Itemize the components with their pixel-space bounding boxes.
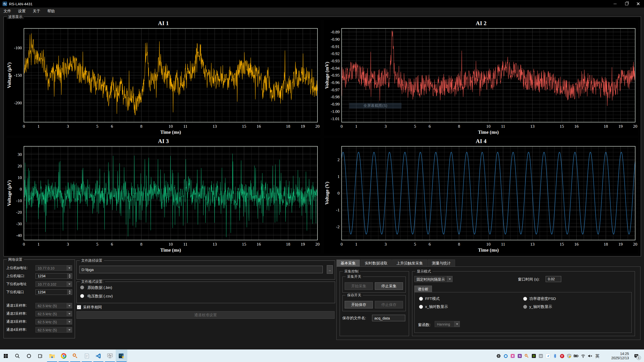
radio-psd-label[interactable]: 功率谱密度PSD <box>529 296 556 301</box>
task-view-button[interactable] <box>35 350 46 362</box>
radio-voltage-csv-icon[interactable] <box>80 294 84 298</box>
tab-realtime-data-read[interactable]: 实时数据读取 <box>360 259 392 267</box>
ch1-samplerate-combo[interactable]: 62.5 kHz (5) <box>35 303 72 308</box>
radio-y-log-icon[interactable] <box>523 305 527 309</box>
radio-fft-mode-label[interactable]: FFT模式 <box>425 296 440 301</box>
spectrum-analysis-tab[interactable]: 谱分析 <box>414 286 432 292</box>
menu-item-help[interactable]: 帮助 <box>44 8 58 15</box>
device-ip-combo[interactable]: 10.77.0.102 <box>35 281 72 287</box>
window-time-input[interactable] <box>546 276 561 282</box>
filepath-group-label: 文件路径设置 <box>80 258 104 263</box>
svg-text:-0.94: -0.94 <box>331 66 340 71</box>
device-port-input[interactable] <box>36 290 69 295</box>
taskbar-app-everything-search[interactable] <box>69 350 81 362</box>
taskbar-app-python-console[interactable] <box>116 350 127 362</box>
photos-icon[interactable] <box>509 350 516 362</box>
wifi-icon[interactable] <box>580 350 587 362</box>
bluetooth-icon[interactable] <box>551 350 558 362</box>
filepath-input[interactable] <box>79 266 323 273</box>
chevron-down-icon[interactable] <box>447 276 452 282</box>
ch4-samplerate-combo[interactable]: 62.5 kHz (5) <box>35 327 72 333</box>
stop-acquire-button[interactable]: 停止采集 <box>375 282 403 290</box>
svg-text:-0.91: -0.91 <box>331 44 340 49</box>
chevron-down-icon[interactable] <box>67 319 72 324</box>
chevron-down-icon[interactable] <box>67 282 72 287</box>
taskbar-app-file-explorer[interactable] <box>46 350 58 362</box>
ch2-samplerate-combo[interactable]: 62.5 kHz (5) <box>35 311 72 316</box>
filename-input[interactable] <box>372 315 405 321</box>
svg-text:18: 18 <box>604 124 608 129</box>
radio-fft-mode-icon[interactable] <box>419 297 423 301</box>
window-fn-combo[interactable]: Hanning <box>435 321 460 327</box>
menu-item-about[interactable]: 关于 <box>29 8 44 15</box>
save-switch-label: 保存开关 <box>346 293 363 298</box>
menu-item-file[interactable]: 文件 <box>0 8 15 15</box>
search-orange-icon[interactable] <box>523 350 530 362</box>
language-indicator[interactable]: 英 <box>594 353 601 359</box>
taskbar-clock[interactable]: 14:25 2025/12/13 <box>601 352 630 360</box>
chevron-down-icon[interactable] <box>67 327 72 332</box>
taskbar-app-signal-monitor[interactable] <box>104 350 116 362</box>
taskbar-search-button[interactable] <box>12 350 23 362</box>
stop-save-button[interactable]: 停止保存 <box>375 301 403 308</box>
tab-basic-acquisition[interactable]: 基本采集 <box>336 259 360 267</box>
antivirus-v-icon[interactable]: V <box>558 350 566 362</box>
spinner-arrows-icon[interactable] <box>67 290 72 295</box>
tab-measure-statistics[interactable]: 测量与统计 <box>428 259 455 267</box>
svg-text:3: 3 <box>385 242 387 247</box>
chevron-down-icon[interactable] <box>67 311 72 316</box>
start-button[interactable] <box>0 350 12 362</box>
notepad-icon <box>84 353 89 359</box>
close-button[interactable] <box>632 0 644 8</box>
radio-x-log-icon[interactable] <box>419 305 423 309</box>
cortana-button[interactable] <box>23 350 35 362</box>
host-port-input[interactable] <box>36 274 69 279</box>
menubar: 文件 设置 关于 帮助 <box>0 8 644 15</box>
channel-calibration-button[interactable]: 通道校准设置 <box>76 311 335 319</box>
notification-center-button[interactable]: 1 <box>630 350 642 362</box>
taskbar-app-vscode[interactable] <box>93 350 104 362</box>
radio-y-log-label[interactable]: y_轴对数显示 <box>529 304 552 309</box>
radio-raw-bin-label[interactable]: 原始数据 (.bin) <box>87 285 112 290</box>
panel-gray-icon[interactable] <box>537 350 544 362</box>
start-save-button[interactable]: 开始保存 <box>345 301 373 308</box>
todesk-icon[interactable] <box>544 350 551 362</box>
display-interval-combo[interactable]: 固定时间间隔显示 <box>414 276 453 282</box>
start-acquire-button[interactable]: 开始采集 <box>345 282 373 290</box>
radio-voltage-csv-label[interactable]: 电压数据 (.csv) <box>87 294 113 298</box>
volume-muted-icon[interactable] <box>587 350 594 362</box>
minimize-button[interactable] <box>609 0 621 8</box>
host-port-spinbox[interactable] <box>35 273 72 279</box>
tab-rising-edge-trigger[interactable]: 上升沿触发采集 <box>392 259 427 267</box>
svg-text:Time (ms): Time (ms) <box>160 129 181 135</box>
nvidia-icon[interactable] <box>530 350 537 362</box>
radio-x-log-label[interactable]: x_轴对数显示 <box>425 304 448 309</box>
device-port-spinbox[interactable] <box>35 289 72 295</box>
chevron-down-icon[interactable] <box>67 265 72 270</box>
svg-text:5: 5 <box>96 124 98 129</box>
ch3-samplerate-combo[interactable]: 62.5 kHz (5) <box>35 319 72 325</box>
defender-alert-icon[interactable]: ! <box>566 350 573 362</box>
clip-purple-icon[interactable]: N <box>516 350 523 362</box>
sync-blue-icon[interactable] <box>502 350 509 362</box>
chevron-down-icon[interactable] <box>67 303 72 308</box>
host-ip-combo[interactable]: 10.77.0.10 <box>35 265 72 271</box>
svg-text:1: 1 <box>37 124 39 129</box>
svg-text:1: 1 <box>355 124 357 129</box>
spinner-arrows-icon[interactable] <box>67 274 72 279</box>
taskbar-app-chrome[interactable] <box>58 350 69 362</box>
radio-psd-icon[interactable] <box>523 297 527 301</box>
samplerate-same-label[interactable]: 采样率相同 <box>83 305 102 310</box>
chevron-down-icon[interactable] <box>454 321 460 327</box>
browse-button[interactable]: .. <box>327 265 333 274</box>
radio-raw-bin-icon[interactable] <box>80 286 84 289</box>
tab-content: 采集控制 采集开关 开始采集 停止采集 保存开关 开始保存 停止保存 保存的文件… <box>336 266 640 340</box>
restore-button[interactable] <box>621 0 632 8</box>
chart-ai1-title: AI 1 <box>6 20 320 27</box>
ai-swirl-icon[interactable] <box>495 350 502 362</box>
menu-item-settings[interactable]: 设置 <box>15 8 29 15</box>
taskbar-app-notepad[interactable] <box>81 350 93 362</box>
battery-icon[interactable] <box>573 350 580 362</box>
samplerate-same-checkbox[interactable] <box>77 305 81 309</box>
notification-badge: 1 <box>636 355 641 360</box>
